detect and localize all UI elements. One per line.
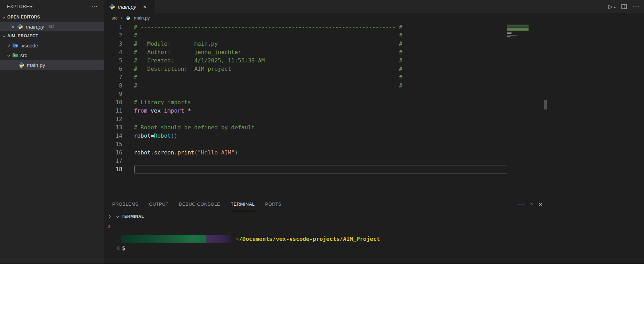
- open-editors-section-header[interactable]: OPEN EDITORS: [0, 13, 104, 22]
- chevron-right-icon: [120, 16, 122, 19]
- code-line-1[interactable]: 1# -------------------------------------…: [104, 23, 547, 31]
- vscode-window: EXPLORER ⋯ OPEN EDITORS × main.py src AI…: [0, 0, 644, 264]
- code-line-18[interactable]: 18: [104, 165, 547, 174]
- redacted-shell-tag: [206, 235, 231, 243]
- code-line-2[interactable]: 2# #: [104, 31, 547, 40]
- panel-tab-terminal[interactable]: TERMINAL: [231, 197, 255, 211]
- python-file-icon: [109, 4, 115, 10]
- editor-column: src main.py 1# -------------------------…: [104, 13, 547, 264]
- code-line-8[interactable]: 8# -------------------------------------…: [104, 82, 547, 90]
- line-number: 11: [104, 107, 122, 115]
- code-line-12[interactable]: 12: [104, 115, 547, 123]
- code-line-3[interactable]: 3# Module: main.py #: [104, 40, 547, 48]
- code-line-14[interactable]: 14robot=Robot(): [104, 132, 547, 140]
- scrollbar-thumb[interactable]: [544, 100, 547, 109]
- minimap-line: [507, 25, 529, 26]
- terminal-input-line[interactable]: $: [117, 244, 547, 252]
- code-text: # Description: AIM project #: [134, 65, 507, 73]
- minimap-line: [507, 28, 529, 29]
- line-number: 4: [104, 48, 122, 56]
- code-line-15[interactable]: 15: [104, 140, 547, 149]
- chevron-down-icon: [116, 215, 119, 218]
- code-editor[interactable]: 1# -------------------------------------…: [104, 22, 547, 197]
- open-editor-folder-detail: src: [48, 24, 54, 29]
- code-line-7[interactable]: 7# #: [104, 73, 547, 82]
- sync-arrows-icon[interactable]: ⇄: [107, 223, 110, 229]
- line-number: 7: [104, 73, 122, 82]
- minimap-line: [507, 28, 529, 28]
- explorer-title: EXPLORER: [7, 4, 33, 9]
- panel-tab-ports[interactable]: PORTS: [265, 197, 282, 211]
- chevron-down-icon: [2, 16, 5, 18]
- code-line-6[interactable]: 6# Description: AIM project #: [104, 65, 547, 73]
- line-number: 5: [104, 56, 122, 65]
- terminal-prompt-line: ~/Documents/vex-vscode-projects/AIM_Proj…: [121, 235, 547, 243]
- tab-main-py[interactable]: main.py ×: [104, 0, 155, 13]
- python-file-icon: [125, 15, 131, 21]
- project-section-header[interactable]: AIM_PROJECT: [0, 31, 104, 40]
- code-line-16[interactable]: 16robot.screen.print("Hello AIM"): [104, 149, 547, 157]
- minimap-line: [507, 36, 511, 37]
- terminal-section-header[interactable]: TERMINAL: [104, 211, 547, 222]
- code-lines: 1# -------------------------------------…: [104, 23, 547, 174]
- code-line-11[interactable]: 11from vex import *: [104, 107, 547, 115]
- editor-actions: ▷ ⋯: [608, 0, 639, 13]
- panel-more-actions-icon[interactable]: ⋯: [518, 200, 524, 208]
- chevron-down-icon: [614, 6, 616, 8]
- tree-item-src-folder[interactable]: src: [0, 50, 104, 60]
- line-number: 10: [104, 98, 122, 107]
- close-tab-icon[interactable]: ×: [143, 4, 147, 10]
- project-label: AIM_PROJECT: [7, 33, 38, 38]
- chevron-down-icon: [2, 35, 5, 37]
- command-decoration-icon[interactable]: [117, 246, 120, 250]
- panel-tab-problems[interactable]: PROBLEMS: [112, 197, 138, 211]
- minimap-line: [507, 29, 529, 30]
- code-text: # --------------------------------------…: [134, 82, 507, 90]
- code-text: robot.screen.print("Hello AIM"): [134, 149, 507, 157]
- editor-more-actions-icon[interactable]: ⋯: [633, 3, 639, 10]
- editor-group: main.py × ▷ ⋯ src: [104, 0, 644, 264]
- code-line-4[interactable]: 4# Author: jenna_juechter #: [104, 48, 547, 56]
- minimap[interactable]: [507, 24, 529, 40]
- desktop-background: [0, 264, 644, 312]
- terminal[interactable]: ⇄ ~/Documents/vex-vscode-projects/AIM_Pr…: [104, 222, 547, 264]
- maximize-panel-icon[interactable]: [530, 203, 533, 206]
- minimap-line: [507, 32, 512, 33]
- panel-tab-debug-console[interactable]: DEBUG CONSOLE: [179, 197, 220, 211]
- panel-tab-output[interactable]: OUTPUT: [149, 197, 168, 211]
- code-text: # #: [134, 31, 507, 40]
- python-file-icon: [18, 62, 24, 68]
- code-line-10[interactable]: 10# Library imports: [104, 98, 547, 107]
- terminal-prompt: $: [122, 245, 125, 251]
- close-panel-icon[interactable]: ×: [539, 201, 542, 207]
- redacted-user-host: [121, 235, 206, 243]
- code-text: # Robot should be defined by default: [134, 123, 507, 132]
- breadcrumb-file[interactable]: main.py: [134, 15, 150, 21]
- code-text: [134, 140, 507, 149]
- bottom-panel: PROBLEMSOUTPUTDEBUG CONSOLETERMINALPORTS…: [104, 197, 547, 264]
- minimap-line: [507, 33, 512, 34]
- explorer-header: EXPLORER ⋯: [0, 0, 104, 13]
- close-editor-icon[interactable]: ×: [11, 24, 15, 30]
- tree-item-main-py[interactable]: main.py: [0, 60, 104, 70]
- open-editor-item-main-py[interactable]: × main.py src: [0, 22, 104, 31]
- split-editor-button[interactable]: [621, 4, 627, 9]
- line-number: 15: [104, 140, 122, 149]
- tree-item-vscode-folder[interactable]: .vscode: [0, 40, 104, 50]
- code-text: [134, 115, 507, 123]
- line-number: 8: [104, 82, 122, 90]
- tree-item-label: .vscode: [20, 43, 38, 48]
- explorer-more-actions-icon[interactable]: ⋯: [91, 2, 98, 10]
- minimap-line: [507, 30, 529, 31]
- code-line-17[interactable]: 17: [104, 157, 547, 165]
- code-line-5[interactable]: 5# Created: 4/1/2025, 11:55:39 AM #: [104, 56, 547, 65]
- minimap-line: [507, 24, 529, 24]
- line-number: 6: [104, 65, 122, 73]
- code-line-9[interactable]: 9: [104, 90, 547, 98]
- code-line-13[interactable]: 13# Robot should be defined by default: [104, 123, 547, 132]
- vscode-folder-icon: [12, 43, 18, 48]
- code-text: # Module: main.py #: [134, 40, 507, 48]
- minimap-line: [507, 38, 515, 38]
- run-python-file-button[interactable]: ▷: [608, 3, 615, 10]
- breadcrumb-folder[interactable]: src: [112, 15, 117, 21]
